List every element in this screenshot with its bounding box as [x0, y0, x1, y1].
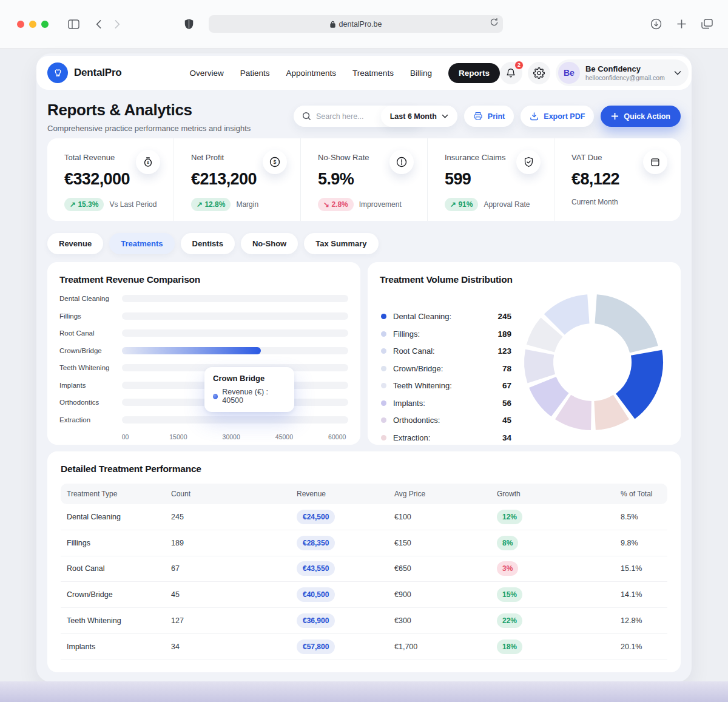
- cell-treatment-type: Teeth Whitening: [67, 616, 171, 625]
- table-row-implants[interactable]: Implants34€57,800€1,70018%20.1%: [61, 634, 667, 660]
- revenue-pill: €36,900: [297, 613, 335, 628]
- forward-icon[interactable]: [108, 16, 126, 32]
- new-tab-icon[interactable]: [672, 16, 690, 32]
- search-icon: [302, 112, 311, 121]
- print-button[interactable]: Print: [464, 106, 514, 127]
- tab-tax-summary[interactable]: Tax Summary: [304, 233, 378, 254]
- cell-treatment-type: Dental Cleaning: [67, 513, 171, 521]
- settings-button[interactable]: [528, 62, 550, 84]
- cell-pct-total: 20.1%: [621, 643, 667, 651]
- donut-segment[interactable]: [541, 327, 552, 348]
- bar-category-label: Root Canal: [59, 329, 122, 337]
- table-row-teeth-whitening[interactable]: Teeth Whitening127€36,900€30022%12.8%: [61, 608, 667, 634]
- bar-track[interactable]: [122, 295, 348, 302]
- cell-growth: 3%: [497, 561, 621, 576]
- nav-item-billing[interactable]: Billing: [410, 69, 432, 78]
- close-window-button[interactable]: [17, 21, 24, 28]
- back-icon[interactable]: [90, 16, 108, 32]
- donut-segment-highlighted[interactable]: [625, 353, 647, 406]
- downloads-icon[interactable]: [647, 16, 665, 32]
- legend-item-fillings: Fillings:189: [381, 329, 511, 339]
- download-icon: [530, 112, 539, 121]
- bar-track[interactable]: [122, 312, 348, 320]
- minimize-window-button[interactable]: [29, 21, 36, 28]
- bar-fill: [122, 347, 261, 354]
- x-tick-label: 60000: [328, 433, 346, 440]
- table-row-crown-bridge[interactable]: Crown/Bridge45€40,500€90015%14.1%: [61, 582, 667, 608]
- growth-pill: 22%: [497, 613, 522, 628]
- cell-avg-price: €650: [394, 564, 497, 573]
- cell-revenue: €43,550: [297, 561, 394, 576]
- trend-badge: ↘ 2.8%: [318, 198, 354, 211]
- cell-growth: 15%: [497, 587, 621, 602]
- bar-track[interactable]: [122, 329, 348, 337]
- bar-row-root-canal: Root Canal: [59, 329, 348, 337]
- bar-track[interactable]: [122, 416, 348, 424]
- tab-revenue[interactable]: Revenue: [47, 233, 103, 254]
- bar-track[interactable]: [122, 347, 348, 354]
- x-tick-label: 15000: [169, 433, 187, 440]
- export-pdf-button[interactable]: Export PDF: [521, 106, 594, 127]
- col-header-growth: Growth: [497, 490, 621, 498]
- cell-count: 127: [171, 616, 297, 625]
- donut-segment[interactable]: [554, 309, 588, 325]
- col-header-treatment-type: Treatment Type: [67, 490, 171, 498]
- quick-action-button[interactable]: Quick Action: [601, 106, 681, 127]
- revenue-pill: €57,800: [297, 640, 335, 654]
- chart-title: Treatment Revenue Comparison: [59, 274, 348, 285]
- cell-treatment-type: Root Canal: [67, 564, 171, 573]
- user-name: Be Confidency: [585, 64, 665, 73]
- brand[interactable]: DentalPro: [47, 62, 122, 83]
- table-row-root-canal[interactable]: Root Canal67€43,550€6503%15.1%: [61, 556, 667, 582]
- nav-item-patients[interactable]: Patients: [240, 69, 270, 78]
- tab-overview-icon[interactable]: [698, 16, 716, 32]
- cell-pct-total: 8.5%: [621, 513, 667, 521]
- table-header-row: Treatment TypeCountRevenueAvg PriceGrowt…: [61, 484, 667, 504]
- user-menu[interactable]: Be Be Confidency helloconfidency@gmail.c…: [556, 59, 689, 86]
- nav-item-treatments[interactable]: Treatments: [352, 69, 394, 78]
- nav-item-appointments[interactable]: Appointments: [286, 69, 337, 78]
- legend-item-dental-cleaning: Dental Cleaning:245: [381, 312, 511, 321]
- bar-row-dental-cleaning: Dental Cleaning: [59, 295, 348, 302]
- cell-avg-price: €1,700: [394, 643, 497, 651]
- legend-item-orthodontics: Orthodontics:45: [381, 416, 511, 425]
- legend-value: 189: [497, 329, 511, 339]
- legend-value: 123: [497, 346, 511, 356]
- cell-revenue: €28,350: [297, 536, 394, 550]
- donut-segment[interactable]: [595, 407, 621, 416]
- revenue-pill: €40,500: [297, 587, 335, 602]
- tooltip-value: Revenue (€) : 40500: [222, 388, 286, 405]
- privacy-shield-icon[interactable]: [180, 16, 198, 32]
- reload-icon[interactable]: [490, 18, 499, 27]
- col-header-count: Count: [171, 490, 297, 498]
- money-bag-icon: $: [136, 150, 160, 174]
- cell-avg-price: €300: [394, 616, 497, 625]
- legend-label: Teeth Whitening:: [393, 381, 452, 390]
- table-row-dental-cleaning[interactable]: Dental Cleaning245€24,500€10012%8.5%: [61, 504, 667, 530]
- legend-value: 34: [502, 433, 511, 442]
- tab-treatments[interactable]: Treatments: [109, 233, 174, 254]
- traffic-lights: [17, 21, 49, 28]
- cell-count: 189: [171, 539, 297, 547]
- donut-segment[interactable]: [596, 309, 644, 349]
- bar-category-label: Fillings: [59, 312, 122, 320]
- table-row-fillings[interactable]: Fillings189€28,350€1508%9.8%: [61, 530, 667, 556]
- url-bar[interactable]: dentalPro.be: [209, 15, 503, 33]
- legend-dot-icon: [381, 366, 386, 371]
- donut-segment[interactable]: [563, 407, 591, 416]
- legend-item-extraction: Extraction:34: [381, 433, 511, 442]
- nav-item-reports[interactable]: Reports: [448, 63, 500, 83]
- kpi-caption: Current Month: [571, 198, 618, 206]
- notifications-button[interactable]: 2: [500, 62, 522, 84]
- tab-dentists[interactable]: Dentists: [181, 233, 235, 254]
- donut-segment[interactable]: [539, 352, 541, 379]
- nav-item-overview[interactable]: Overview: [190, 69, 224, 78]
- donut-segment[interactable]: [542, 382, 560, 405]
- tab-no-show[interactable]: No-Show: [241, 233, 298, 254]
- zoom-window-button[interactable]: [41, 21, 49, 28]
- web-page: DentalPro OverviewPatientsAppointmentsTr…: [0, 49, 728, 702]
- legend-value: 67: [502, 381, 511, 390]
- shield-check-icon: [516, 150, 541, 174]
- sidebar-toggle-icon[interactable]: [64, 16, 83, 32]
- period-select[interactable]: Last 6 Month: [381, 106, 457, 127]
